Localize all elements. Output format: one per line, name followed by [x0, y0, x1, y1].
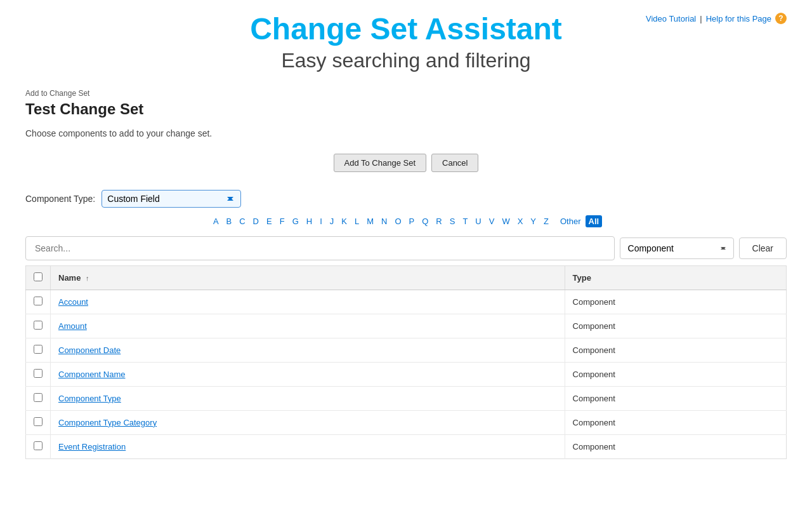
- table-row: Component Type CategoryComponent: [26, 410, 787, 434]
- table-row: Event RegistrationComponent: [26, 434, 787, 458]
- alpha-link-s[interactable]: S: [447, 215, 459, 227]
- alpha-link-i[interactable]: I: [317, 215, 325, 227]
- row-name-link-4[interactable]: Component Type: [58, 394, 121, 403]
- alpha-link-v[interactable]: V: [486, 215, 498, 227]
- alpha-link-f[interactable]: F: [277, 215, 288, 227]
- alphabet-row: ABCDEFGHIJKLMNOPQRSTUVWXYZOtherAll: [25, 215, 787, 227]
- search-filter-row: Component Name Type Clear: [25, 236, 787, 260]
- row-type-1: Component: [565, 314, 786, 338]
- link-separator: |: [700, 14, 702, 23]
- search-input[interactable]: [25, 236, 615, 260]
- alpha-link-b[interactable]: B: [223, 215, 235, 227]
- row-checkbox-5[interactable]: [34, 417, 43, 426]
- alpha-link-a[interactable]: A: [210, 215, 222, 227]
- sort-indicator: ↑: [86, 274, 89, 282]
- alpha-link-c[interactable]: C: [236, 215, 248, 227]
- alpha-link-l[interactable]: L: [351, 215, 362, 227]
- row-type-5: Component: [565, 410, 786, 434]
- row-type-4: Component: [565, 386, 786, 410]
- header-type-col: Type: [565, 265, 786, 290]
- breadcrumb: Add to Change Set: [25, 88, 787, 98]
- page-title: Test Change Set: [25, 100, 787, 118]
- sub-title: Easy searching and filtering: [25, 49, 787, 72]
- row-name-link-0[interactable]: Account: [58, 297, 88, 307]
- row-name-link-5[interactable]: Component Type Category: [58, 418, 157, 427]
- alpha-link-z[interactable]: Z: [540, 215, 552, 227]
- row-checkbox-1[interactable]: [34, 321, 43, 330]
- alpha-link-x[interactable]: X: [514, 215, 527, 227]
- row-type-2: Component: [565, 338, 786, 362]
- alpha-link-q[interactable]: Q: [419, 215, 431, 227]
- row-checkbox-0[interactable]: [34, 297, 43, 305]
- type-filter-select[interactable]: Component Name Type: [620, 237, 734, 259]
- video-tutorial-link[interactable]: Video Tutorial: [646, 14, 696, 23]
- action-buttons: Add To Change Set Cancel: [25, 154, 787, 172]
- top-right-links: Video Tutorial | Help for this Page ?: [646, 13, 787, 24]
- alpha-link-y[interactable]: Y: [527, 215, 539, 227]
- row-type-0: Component: [565, 290, 786, 314]
- alpha-link-r[interactable]: R: [433, 215, 445, 227]
- table-row: Component TypeComponent: [26, 386, 787, 410]
- row-name-link-6[interactable]: Event Registration: [58, 442, 126, 451]
- row-checkbox-2[interactable]: [34, 345, 43, 354]
- alpha-link-h[interactable]: H: [303, 215, 315, 227]
- table-row: Component DateComponent: [26, 338, 787, 362]
- header-checkbox-col: [26, 265, 51, 290]
- alpha-link-k[interactable]: K: [338, 215, 350, 227]
- alpha-link-t[interactable]: T: [459, 215, 471, 227]
- row-checkbox-3[interactable]: [34, 369, 43, 378]
- component-type-label: Component Type:: [25, 194, 95, 204]
- row-checkbox-4[interactable]: [34, 393, 43, 402]
- component-type-filter-row: Component Type: Custom Field Apex Class …: [25, 190, 787, 208]
- alpha-link-u[interactable]: U: [472, 215, 484, 227]
- alpha-link-j[interactable]: J: [327, 215, 337, 227]
- alpha-link-all[interactable]: All: [586, 215, 603, 227]
- table-row: Component NameComponent: [26, 362, 787, 386]
- alpha-link-n[interactable]: N: [378, 215, 390, 227]
- cancel-button[interactable]: Cancel: [431, 154, 478, 172]
- alpha-link-g[interactable]: G: [289, 215, 302, 227]
- row-checkbox-6[interactable]: [34, 441, 43, 450]
- row-name-link-2[interactable]: Component Date: [58, 345, 121, 355]
- table-header-row: Name ↑ Type: [26, 265, 787, 290]
- help-icon[interactable]: ?: [775, 13, 787, 24]
- alpha-link-p[interactable]: P: [406, 215, 418, 227]
- help-link[interactable]: Help for this Page: [706, 14, 771, 23]
- header-name-col[interactable]: Name ↑: [51, 265, 565, 290]
- row-type-6: Component: [565, 434, 786, 458]
- col-name-label: Name: [58, 273, 81, 283]
- alpha-link-d[interactable]: D: [250, 215, 262, 227]
- row-name-link-3[interactable]: Component Name: [58, 370, 126, 379]
- select-all-checkbox[interactable]: [34, 272, 43, 281]
- table-row: AmountComponent: [26, 314, 787, 338]
- row-name-link-1[interactable]: Amount: [58, 321, 87, 331]
- page-description: Choose components to add to your change …: [25, 128, 787, 138]
- results-table: Name ↑ Type AccountComponentAmountCompon…: [25, 265, 787, 459]
- alpha-link-other[interactable]: Other: [557, 215, 584, 227]
- row-type-3: Component: [565, 362, 786, 386]
- alpha-link-e[interactable]: E: [263, 215, 275, 227]
- breadcrumb-label: Add to Change Set: [25, 89, 89, 98]
- table-row: AccountComponent: [26, 290, 787, 314]
- alpha-link-o[interactable]: O: [391, 215, 404, 227]
- component-type-select[interactable]: Custom Field Apex Class Apex Trigger Cus…: [102, 190, 241, 208]
- add-to-change-set-button[interactable]: Add To Change Set: [334, 154, 427, 172]
- alpha-link-w[interactable]: W: [499, 215, 513, 227]
- clear-button[interactable]: Clear: [739, 237, 787, 259]
- alpha-link-m[interactable]: M: [363, 215, 377, 227]
